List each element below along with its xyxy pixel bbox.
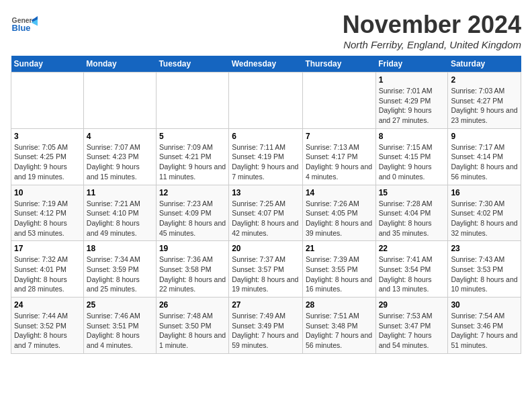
day-cell: 22Sunrise: 7:41 AM Sunset: 3:54 PM Dayli…: [375, 241, 448, 298]
day-cell: 20Sunrise: 7:37 AM Sunset: 3:57 PM Dayli…: [229, 241, 303, 298]
header-cell-friday: Friday: [375, 56, 448, 73]
day-cell: 23Sunrise: 7:43 AM Sunset: 3:53 PM Dayli…: [448, 241, 521, 298]
day-number: 9: [451, 132, 518, 141]
day-info: Sunrise: 7:15 AM Sunset: 4:15 PM Dayligh…: [379, 142, 445, 182]
day-cell: 10Sunrise: 7:19 AM Sunset: 4:12 PM Dayli…: [11, 185, 84, 241]
day-info: Sunrise: 7:09 AM Sunset: 4:21 PM Dayligh…: [159, 142, 226, 182]
calendar-body: 1Sunrise: 7:01 AM Sunset: 4:29 PM Daylig…: [11, 73, 521, 354]
day-number: 18: [87, 244, 153, 253]
day-cell: [83, 73, 156, 129]
day-info: Sunrise: 7:11 AM Sunset: 4:19 PM Dayligh…: [232, 142, 300, 182]
day-info: Sunrise: 7:46 AM Sunset: 3:51 PM Dayligh…: [87, 311, 153, 351]
day-info: Sunrise: 7:03 AM Sunset: 4:27 PM Dayligh…: [451, 86, 518, 126]
day-info: Sunrise: 7:37 AM Sunset: 3:57 PM Dayligh…: [232, 255, 300, 294]
day-cell: 19Sunrise: 7:36 AM Sunset: 3:58 PM Dayli…: [156, 241, 228, 298]
week-row-3: 10Sunrise: 7:19 AM Sunset: 4:12 PM Dayli…: [11, 185, 521, 241]
day-cell: 5Sunrise: 7:09 AM Sunset: 4:21 PM Daylig…: [156, 128, 228, 185]
day-cell: 25Sunrise: 7:46 AM Sunset: 3:51 PM Dayli…: [83, 298, 156, 354]
day-number: 22: [379, 244, 445, 253]
day-cell: 14Sunrise: 7:26 AM Sunset: 4:05 PM Dayli…: [302, 185, 375, 241]
day-info: Sunrise: 7:07 AM Sunset: 4:23 PM Dayligh…: [87, 142, 153, 182]
header-cell-thursday: Thursday: [302, 56, 375, 73]
day-cell: 17Sunrise: 7:32 AM Sunset: 4:01 PM Dayli…: [11, 241, 84, 298]
day-number: 13: [232, 188, 300, 197]
week-row-4: 17Sunrise: 7:32 AM Sunset: 4:01 PM Dayli…: [11, 241, 521, 298]
day-cell: 29Sunrise: 7:53 AM Sunset: 3:47 PM Dayli…: [375, 298, 448, 354]
day-cell: 26Sunrise: 7:48 AM Sunset: 3:50 PM Dayli…: [156, 298, 228, 354]
day-cell: [11, 73, 84, 129]
day-number: 2: [451, 75, 518, 85]
day-number: 30: [451, 300, 518, 310]
day-info: Sunrise: 7:43 AM Sunset: 3:53 PM Dayligh…: [451, 255, 518, 294]
calendar-header: SundayMondayTuesdayWednesdayThursdayFrid…: [11, 56, 521, 73]
day-info: Sunrise: 7:05 AM Sunset: 4:25 PM Dayligh…: [14, 142, 81, 182]
header-cell-saturday: Saturday: [448, 56, 521, 73]
day-cell: 6Sunrise: 7:11 AM Sunset: 4:19 PM Daylig…: [229, 128, 303, 185]
day-info: Sunrise: 7:32 AM Sunset: 4:01 PM Dayligh…: [14, 255, 81, 294]
day-cell: [302, 73, 375, 129]
day-info: Sunrise: 7:44 AM Sunset: 3:52 PM Dayligh…: [14, 311, 81, 351]
svg-text:Blue: Blue: [12, 23, 31, 33]
header-cell-tuesday: Tuesday: [156, 56, 228, 73]
day-info: Sunrise: 7:21 AM Sunset: 4:10 PM Dayligh…: [87, 199, 153, 238]
day-cell: [156, 73, 228, 129]
day-cell: 21Sunrise: 7:39 AM Sunset: 3:55 PM Dayli…: [302, 241, 375, 298]
day-info: Sunrise: 7:26 AM Sunset: 4:05 PM Dayligh…: [306, 199, 373, 238]
day-info: Sunrise: 7:34 AM Sunset: 3:59 PM Dayligh…: [87, 255, 153, 294]
day-number: 12: [159, 188, 226, 197]
day-cell: 15Sunrise: 7:28 AM Sunset: 4:04 PM Dayli…: [375, 185, 448, 241]
day-cell: 3Sunrise: 7:05 AM Sunset: 4:25 PM Daylig…: [11, 128, 84, 185]
day-cell: 7Sunrise: 7:13 AM Sunset: 4:17 PM Daylig…: [302, 128, 375, 185]
month-title: November 2024: [343, 11, 521, 39]
day-info: Sunrise: 7:01 AM Sunset: 4:29 PM Dayligh…: [379, 86, 445, 126]
logo: General Blue: [11, 11, 38, 38]
week-row-2: 3Sunrise: 7:05 AM Sunset: 4:25 PM Daylig…: [11, 128, 521, 185]
day-cell: 16Sunrise: 7:30 AM Sunset: 4:02 PM Dayli…: [448, 185, 521, 241]
day-cell: [229, 73, 303, 129]
day-number: 11: [87, 188, 153, 197]
day-info: Sunrise: 7:53 AM Sunset: 3:47 PM Dayligh…: [379, 311, 445, 351]
header-row: SundayMondayTuesdayWednesdayThursdayFrid…: [11, 56, 521, 73]
day-number: 3: [14, 132, 81, 141]
day-cell: 13Sunrise: 7:25 AM Sunset: 4:07 PM Dayli…: [229, 185, 303, 241]
day-info: Sunrise: 7:39 AM Sunset: 3:55 PM Dayligh…: [306, 255, 373, 294]
day-cell: 24Sunrise: 7:44 AM Sunset: 3:52 PM Dayli…: [11, 298, 84, 354]
day-info: Sunrise: 7:17 AM Sunset: 4:14 PM Dayligh…: [451, 142, 518, 182]
header: General Blue November 2024 North Ferriby…: [11, 11, 521, 50]
day-info: Sunrise: 7:23 AM Sunset: 4:09 PM Dayligh…: [159, 199, 226, 238]
day-info: Sunrise: 7:13 AM Sunset: 4:17 PM Dayligh…: [306, 142, 373, 182]
day-number: 1: [379, 75, 445, 85]
day-info: Sunrise: 7:36 AM Sunset: 3:58 PM Dayligh…: [159, 255, 226, 294]
day-number: 28: [306, 300, 373, 310]
day-info: Sunrise: 7:30 AM Sunset: 4:02 PM Dayligh…: [451, 199, 518, 238]
day-number: 5: [159, 132, 226, 141]
location: North Ferriby, England, United Kingdom: [343, 39, 521, 50]
day-number: 27: [232, 300, 300, 310]
day-cell: 8Sunrise: 7:15 AM Sunset: 4:15 PM Daylig…: [375, 128, 448, 185]
header-cell-wednesday: Wednesday: [229, 56, 303, 73]
day-info: Sunrise: 7:25 AM Sunset: 4:07 PM Dayligh…: [232, 199, 300, 238]
day-number: 15: [379, 188, 445, 197]
day-cell: 27Sunrise: 7:49 AM Sunset: 3:49 PM Dayli…: [229, 298, 303, 354]
day-cell: 2Sunrise: 7:03 AM Sunset: 4:27 PM Daylig…: [448, 73, 521, 129]
day-number: 19: [159, 244, 226, 253]
day-number: 23: [451, 244, 518, 253]
day-cell: 9Sunrise: 7:17 AM Sunset: 4:14 PM Daylig…: [448, 128, 521, 185]
day-number: 14: [306, 188, 373, 197]
day-cell: 30Sunrise: 7:54 AM Sunset: 3:46 PM Dayli…: [448, 298, 521, 354]
calendar-table: SundayMondayTuesdayWednesdayThursdayFrid…: [11, 56, 521, 354]
day-cell: 18Sunrise: 7:34 AM Sunset: 3:59 PM Dayli…: [83, 241, 156, 298]
day-info: Sunrise: 7:54 AM Sunset: 3:46 PM Dayligh…: [451, 311, 518, 351]
day-number: 25: [87, 300, 153, 310]
day-info: Sunrise: 7:28 AM Sunset: 4:04 PM Dayligh…: [379, 199, 445, 238]
day-cell: 4Sunrise: 7:07 AM Sunset: 4:23 PM Daylig…: [83, 128, 156, 185]
header-cell-sunday: Sunday: [11, 56, 84, 73]
day-cell: 28Sunrise: 7:51 AM Sunset: 3:48 PM Dayli…: [302, 298, 375, 354]
day-info: Sunrise: 7:41 AM Sunset: 3:54 PM Dayligh…: [379, 255, 445, 294]
header-cell-monday: Monday: [83, 56, 156, 73]
day-number: 8: [379, 132, 445, 141]
day-number: 4: [87, 132, 153, 141]
day-info: Sunrise: 7:49 AM Sunset: 3:49 PM Dayligh…: [232, 311, 300, 351]
day-number: 7: [306, 132, 373, 141]
day-number: 10: [14, 188, 81, 197]
